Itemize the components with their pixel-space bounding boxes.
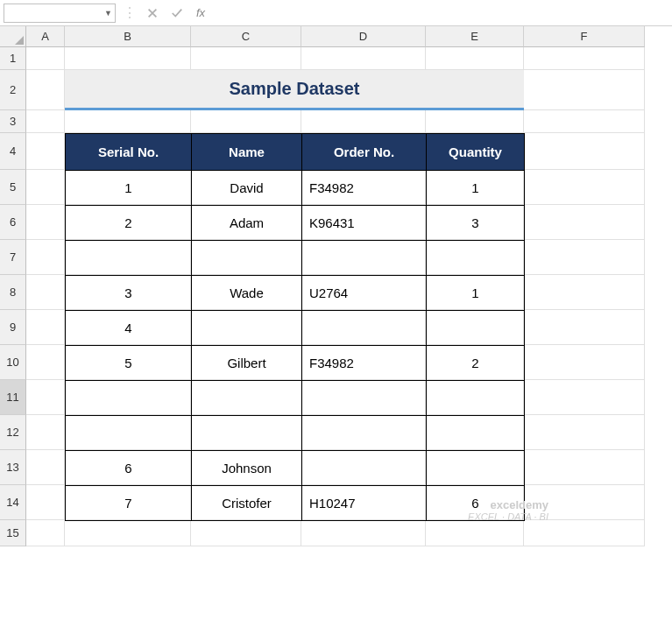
row-header-4[interactable]: 4 xyxy=(0,133,26,170)
row-header-6[interactable]: 6 xyxy=(0,205,26,240)
cell[interactable] xyxy=(191,520,301,546)
table-cell[interactable] xyxy=(192,381,302,416)
table-cell[interactable]: F34982 xyxy=(302,171,427,206)
cell[interactable] xyxy=(524,310,645,345)
cell[interactable] xyxy=(26,380,65,415)
cells-area[interactable]: Sample Dataset Serial No.NameOrder No.Qu… xyxy=(26,47,645,546)
table-cell[interactable]: K96431 xyxy=(302,206,427,241)
cell[interactable] xyxy=(65,110,191,133)
table-cell[interactable]: Gilbert xyxy=(192,346,302,381)
table-cell[interactable]: 1 xyxy=(427,276,525,311)
enter-icon[interactable] xyxy=(168,4,186,22)
select-all-corner[interactable] xyxy=(0,26,26,47)
row-header-5[interactable]: 5 xyxy=(0,170,26,205)
cell[interactable] xyxy=(26,415,65,450)
table-cell[interactable]: 2 xyxy=(66,206,192,241)
cell[interactable] xyxy=(26,520,65,546)
col-header-C[interactable]: C xyxy=(191,26,301,47)
cell[interactable] xyxy=(26,450,65,485)
cell[interactable] xyxy=(26,47,65,70)
table-header[interactable]: Quantity xyxy=(427,134,525,171)
table-cell[interactable]: Johnson xyxy=(192,451,302,486)
cell[interactable] xyxy=(26,205,65,240)
cancel-icon[interactable] xyxy=(144,4,161,22)
chevron-down-icon[interactable]: ▼ xyxy=(104,9,112,18)
cell[interactable] xyxy=(524,275,645,310)
table-cell[interactable] xyxy=(427,311,525,346)
table-cell[interactable]: 3 xyxy=(66,276,192,311)
row-header-2[interactable]: 2 xyxy=(0,70,26,110)
table-cell[interactable] xyxy=(302,381,427,416)
col-header-E[interactable]: E xyxy=(426,26,524,47)
table-cell[interactable] xyxy=(66,381,192,416)
row-header-13[interactable]: 13 xyxy=(0,450,26,485)
cell[interactable] xyxy=(26,240,65,275)
table-header[interactable]: Name xyxy=(192,134,302,171)
table-cell[interactable] xyxy=(192,416,302,451)
table-cell[interactable] xyxy=(427,451,525,486)
cell[interactable] xyxy=(65,47,191,70)
cell[interactable] xyxy=(524,47,645,70)
table-cell[interactable] xyxy=(427,241,525,276)
cell[interactable] xyxy=(26,485,65,520)
cell[interactable] xyxy=(524,380,645,415)
table-cell[interactable]: Adam xyxy=(192,206,302,241)
row-header-7[interactable]: 7 xyxy=(0,240,26,275)
row-header-1[interactable]: 1 xyxy=(0,47,26,70)
name-box[interactable]: ▼ xyxy=(4,4,116,23)
cell[interactable] xyxy=(26,170,65,205)
row-header-12[interactable]: 12 xyxy=(0,415,26,450)
table-cell[interactable]: Cristofer xyxy=(192,486,302,521)
cell[interactable] xyxy=(524,240,645,275)
row-header-8[interactable]: 8 xyxy=(0,275,26,310)
row-header-14[interactable]: 14 xyxy=(0,485,26,520)
cell[interactable] xyxy=(26,310,65,345)
col-header-B[interactable]: B xyxy=(65,26,191,47)
table-cell[interactable] xyxy=(192,311,302,346)
table-cell[interactable] xyxy=(302,416,427,451)
table-cell[interactable]: 6 xyxy=(66,451,192,486)
fx-label[interactable]: fx xyxy=(196,6,205,19)
cell[interactable] xyxy=(26,133,65,170)
cell[interactable] xyxy=(191,110,301,133)
table-cell[interactable] xyxy=(192,241,302,276)
cell[interactable] xyxy=(524,415,645,450)
table-cell[interactable]: 1 xyxy=(66,171,192,206)
row-header-11[interactable]: 11 xyxy=(0,380,26,415)
table-cell[interactable] xyxy=(427,416,525,451)
cell[interactable] xyxy=(26,345,65,380)
table-cell[interactable]: 1 xyxy=(427,171,525,206)
col-header-F[interactable]: F xyxy=(524,26,645,47)
table-cell[interactable]: F34982 xyxy=(302,346,427,381)
row-header-9[interactable]: 9 xyxy=(0,310,26,345)
table-cell[interactable]: 2 xyxy=(427,346,525,381)
table-cell[interactable]: Wade xyxy=(192,276,302,311)
table-cell[interactable]: H10247 xyxy=(302,486,427,521)
cell[interactable] xyxy=(191,47,301,70)
cell[interactable] xyxy=(524,520,645,546)
cell[interactable] xyxy=(426,520,524,546)
cell[interactable] xyxy=(524,345,645,380)
cell[interactable] xyxy=(26,70,65,110)
table-cell[interactable]: U2764 xyxy=(302,276,427,311)
row-header-15[interactable]: 15 xyxy=(0,520,26,546)
table-header[interactable]: Order No. xyxy=(302,134,427,171)
table-cell[interactable]: 3 xyxy=(427,206,525,241)
table-header[interactable]: Serial No. xyxy=(66,134,192,171)
cell[interactable] xyxy=(524,133,645,170)
cell[interactable] xyxy=(524,70,645,110)
table-cell[interactable] xyxy=(427,381,525,416)
cell[interactable] xyxy=(65,520,191,546)
table-cell[interactable] xyxy=(66,241,192,276)
cell[interactable] xyxy=(426,47,524,70)
cell[interactable] xyxy=(301,520,426,546)
table-cell[interactable] xyxy=(66,416,192,451)
table-cell[interactable]: 5 xyxy=(66,346,192,381)
table-cell[interactable]: David xyxy=(192,171,302,206)
table-cell[interactable] xyxy=(302,241,427,276)
cell[interactable] xyxy=(26,275,65,310)
cell[interactable] xyxy=(426,110,524,133)
table-cell[interactable]: 4 xyxy=(66,311,192,346)
col-header-A[interactable]: A xyxy=(26,26,65,47)
cell[interactable] xyxy=(301,110,426,133)
